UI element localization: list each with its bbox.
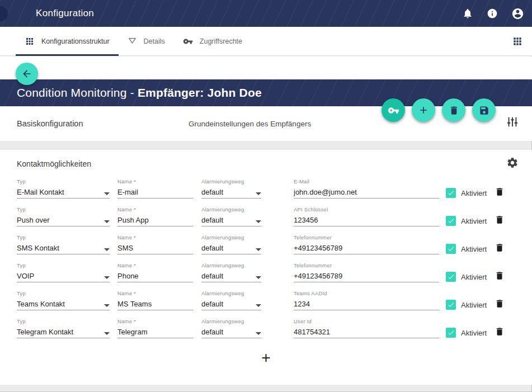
alarmierungsweg-value: default: [201, 272, 223, 280]
info-icon: [487, 8, 498, 19]
chevron-down-icon: [256, 220, 261, 223]
extra-input[interactable]: [294, 328, 439, 336]
aktiviert-checkbox[interactable]: [446, 300, 456, 310]
tab-details[interactable]: Details: [119, 27, 174, 55]
extra-field: Telefonnummer: [294, 232, 439, 259]
extra-input[interactable]: [294, 188, 439, 196]
extra-field: Teams AADId: [294, 287, 439, 315]
tab-bar-right: [512, 27, 523, 55]
apps-grid-icon: [512, 36, 523, 47]
add-button[interactable]: [412, 98, 435, 122]
name-input[interactable]: [117, 328, 193, 336]
tab-zugriffsrechte[interactable]: Zugriffsrechte: [174, 27, 251, 55]
name-input[interactable]: [117, 272, 193, 280]
tab-konfigurationsstruktur[interactable]: Konfigurationsstruktur: [16, 27, 119, 55]
extra-input[interactable]: [294, 216, 439, 224]
name-input[interactable]: [117, 244, 193, 252]
typ-value: Push over: [17, 216, 50, 224]
typ-select[interactable]: Typ E-Mail Kontakt: [17, 176, 110, 204]
alarmierungsweg-select[interactable]: Alarmierungsweg default: [201, 232, 261, 259]
alarmierungsweg-value: default: [201, 216, 223, 224]
typ-select[interactable]: Typ Push over: [17, 204, 110, 232]
alarmierungsweg-label: Alarmierungsweg: [201, 178, 261, 186]
typ-select[interactable]: Typ VOIP: [17, 259, 110, 287]
delete-contact-button[interactable]: [495, 270, 505, 282]
check-icon: [447, 273, 455, 281]
alarmierungsweg-select[interactable]: Alarmierungsweg default: [201, 176, 261, 204]
basiskonfiguration-item[interactable]: Basiskonfiguration: [17, 119, 83, 128]
extra-value-wrap: [294, 325, 439, 338]
aktiviert-checkbox[interactable]: [446, 244, 456, 254]
delete-contact-button[interactable]: [495, 214, 505, 226]
alarmierungsweg-select[interactable]: Alarmierungsweg default: [201, 315, 261, 343]
contact-row: Typ Teams Kontakt Name * Alarmierungsweg…: [0, 287, 532, 315]
chevron-down-icon: [104, 192, 110, 195]
name-input[interactable]: [117, 216, 193, 224]
aktiviert-checkbox[interactable]: [446, 328, 456, 338]
name-value-wrap: [117, 242, 193, 254]
page-title: Condition Monitoring - Empfänger: John D…: [17, 86, 262, 100]
save-button[interactable]: [472, 98, 496, 122]
access-rights-button[interactable]: [382, 98, 405, 122]
tune-button[interactable]: [506, 116, 519, 130]
typ-value: E-Mail Kontakt: [17, 188, 64, 196]
delete-button[interactable]: [442, 98, 465, 122]
alarmierungsweg-label: Alarmierungsweg: [201, 206, 261, 214]
aktiviert-group: Aktiviert: [446, 327, 487, 338]
apps-grid-button[interactable]: [512, 36, 523, 47]
alarmierungsweg-label: Alarmierungsweg: [201, 318, 261, 325]
alarmierungsweg-select[interactable]: Alarmierungsweg default: [201, 287, 261, 315]
typ-value-wrap: SMS Kontakt: [17, 242, 110, 254]
name-label: Name *: [117, 206, 193, 214]
delete-contact-button[interactable]: [495, 298, 505, 310]
aktiviert-checkbox[interactable]: [446, 272, 456, 282]
name-input[interactable]: [117, 188, 193, 196]
account-icon: [511, 7, 524, 20]
aktiviert-checkbox[interactable]: [446, 216, 456, 226]
notifications-button[interactable]: [462, 8, 473, 19]
typ-select[interactable]: Typ SMS Kontakt: [17, 232, 110, 259]
extra-value-wrap: [294, 186, 439, 199]
add-contact-button[interactable]: +: [261, 350, 270, 366]
aktiviert-label: Aktiviert: [461, 301, 487, 309]
alarmierungsweg-value: default: [201, 328, 223, 336]
trash-icon: [495, 326, 505, 337]
alarmierungsweg-label: Alarmierungsweg: [201, 234, 261, 242]
delete-contact-button[interactable]: [495, 242, 505, 254]
delete-contact-button[interactable]: [495, 326, 505, 338]
chevron-down-icon: [256, 276, 261, 279]
extra-label: Teams AADId: [294, 290, 439, 297]
delete-contact-button[interactable]: [495, 186, 505, 199]
alarmierungsweg-value: default: [201, 244, 223, 252]
bell-icon: [462, 8, 473, 19]
gear-icon: [506, 157, 519, 169]
drawer-handle[interactable]: [0, 6, 8, 21]
extra-input[interactable]: [294, 300, 439, 308]
typ-label: Typ: [17, 290, 110, 297]
account-button[interactable]: [511, 7, 524, 20]
typ-select[interactable]: Typ Teams Kontakt: [17, 287, 110, 315]
page: Konfiguration Konfigurationsstruktur Det…: [0, 0, 532, 392]
typ-value-wrap: Teams Kontakt: [17, 297, 110, 310]
info-button[interactable]: [487, 8, 498, 19]
aktiviert-checkbox[interactable]: [446, 188, 456, 198]
alarmierungsweg-select[interactable]: Alarmierungsweg default: [201, 204, 261, 232]
extra-value-wrap: [294, 270, 439, 282]
typ-value: Teams Kontakt: [17, 300, 65, 308]
key-icon: [183, 36, 193, 46]
name-input[interactable]: [117, 300, 193, 308]
extra-field: API Schlüssel: [294, 204, 439, 232]
aktiviert-label: Aktiviert: [461, 273, 487, 281]
alarmierungsweg-select[interactable]: Alarmierungsweg default: [201, 259, 261, 287]
typ-select[interactable]: Typ Telegram Kontakt: [17, 315, 110, 343]
extra-input[interactable]: [294, 244, 439, 252]
back-button[interactable]: [16, 63, 38, 85]
settings-button[interactable]: [506, 157, 519, 171]
name-label: Name *: [117, 290, 193, 297]
chevron-down-icon: [256, 248, 261, 251]
trash-icon: [495, 242, 505, 253]
header-spacer: [0, 56, 532, 79]
page-title-emphasis: Empfänger: John Doe: [138, 86, 262, 99]
extra-input[interactable]: [294, 272, 439, 280]
typ-label: Typ: [17, 234, 110, 242]
